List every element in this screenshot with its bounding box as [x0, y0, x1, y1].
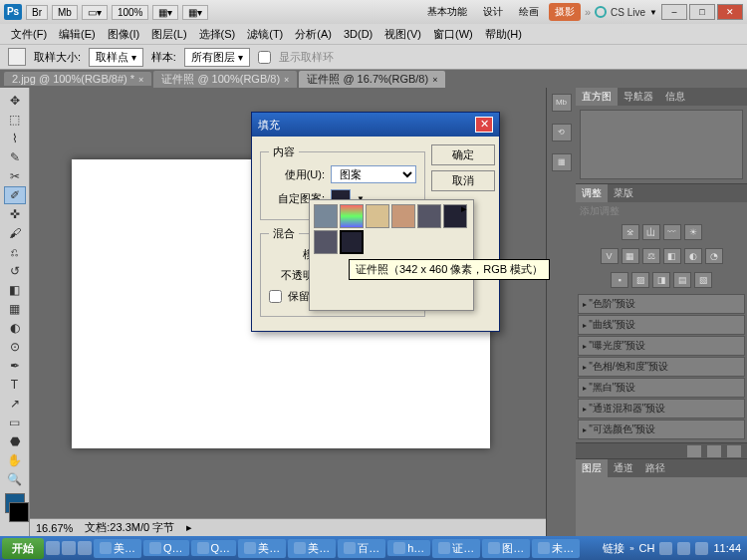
close-button[interactable]: ✕	[717, 4, 743, 20]
move-tool[interactable]: ✥	[4, 92, 26, 110]
tab-channels[interactable]: 通道	[608, 459, 639, 477]
history-brush-tool[interactable]: ↺	[4, 262, 26, 280]
eyedropper-tool[interactable]: ✐	[4, 186, 26, 204]
preserve-transparency-checkbox[interactable]	[269, 290, 282, 303]
type-tool[interactable]: T	[4, 376, 26, 394]
tab-layers[interactable]: 图层	[576, 459, 608, 477]
taskbar-item[interactable]: 百…	[338, 539, 385, 558]
workspace-essentials[interactable]: 基本功能	[421, 3, 473, 21]
pattern-picker-menu-icon[interactable]: ▸	[461, 202, 471, 215]
pattern-thumb[interactable]	[417, 204, 441, 228]
menu-file[interactable]: 文件(F)	[6, 25, 52, 44]
doc-tab-2[interactable]: 证件照 @ 100%(RGB/8)×	[153, 71, 297, 88]
doc-size-readout[interactable]: 文档:23.3M/0 字节	[85, 520, 174, 535]
taskbar-item[interactable]: h…	[387, 540, 430, 556]
menu-edit[interactable]: 编辑(E)	[54, 25, 101, 44]
cslive-button[interactable]: CS Live	[611, 7, 645, 18]
quickselect-tool[interactable]: ✎	[4, 148, 26, 166]
preset-exposure[interactable]: "曝光度"预设	[578, 336, 745, 356]
pattern-thumb[interactable]	[314, 204, 338, 228]
zoom-level[interactable]: 100%	[112, 5, 149, 20]
preset-levels[interactable]: "色阶"预设	[578, 294, 745, 314]
sample-select[interactable]: 所有图层 ▾	[184, 48, 250, 67]
tab-paths[interactable]: 路径	[639, 459, 671, 477]
sample-size-select[interactable]: 取样点 ▾	[89, 48, 143, 67]
panel-footer-icon1[interactable]	[687, 445, 701, 457]
cancel-button[interactable]: 取消	[431, 170, 495, 191]
vibrance-icon[interactable]: V	[601, 248, 619, 264]
use-select[interactable]: 图案	[331, 165, 416, 183]
tab-masks[interactable]: 菜版	[608, 184, 639, 202]
photofilter-icon[interactable]: ◐	[684, 248, 702, 264]
dodge-tool[interactable]: ⊙	[4, 338, 26, 356]
preset-curves[interactable]: "曲线"预设	[578, 315, 745, 335]
quicklaunch-icon[interactable]	[46, 541, 60, 555]
menu-help[interactable]: 帮助(H)	[480, 25, 527, 44]
taskbar-item[interactable]: 未…	[532, 539, 580, 558]
panel-footer-trash-icon[interactable]	[727, 445, 741, 457]
zoom-readout[interactable]: 16.67%	[36, 522, 73, 534]
taskbar-item[interactable]: Q…	[191, 540, 237, 556]
quicklaunch-icon[interactable]	[62, 541, 76, 555]
maximize-button[interactable]: □	[689, 4, 715, 20]
preset-channelmixer[interactable]: "通道混和器"预设	[578, 399, 745, 419]
brightness-icon[interactable]: ※	[622, 224, 639, 240]
minibridge-button[interactable]: Mb	[52, 5, 78, 20]
taskbar-item[interactable]: Q…	[143, 540, 189, 556]
workspace-design[interactable]: 设计	[477, 3, 509, 21]
tab-histogram[interactable]: 直方图	[576, 88, 618, 106]
preset-selectivecolor[interactable]: "可选颜色"预设	[578, 420, 745, 439]
ok-button[interactable]: 确定	[431, 144, 495, 165]
tray-icon[interactable]	[659, 542, 672, 555]
channelmixer-icon[interactable]: ◔	[705, 248, 723, 264]
levels-icon[interactable]: ⼭	[642, 224, 660, 240]
ime-language[interactable]: CH	[639, 542, 655, 554]
threshold-icon[interactable]: ◨	[652, 272, 670, 288]
preset-bw[interactable]: "黑白"预设	[578, 378, 745, 398]
menu-image[interactable]: 图像(I)	[103, 25, 144, 44]
selectivecolor-icon[interactable]: ▧	[694, 272, 712, 288]
show-ring-checkbox[interactable]	[258, 51, 271, 64]
clock[interactable]: 11:44	[713, 542, 741, 554]
exposure-icon[interactable]: ☀	[684, 224, 702, 240]
menu-select[interactable]: 选择(S)	[194, 25, 241, 44]
hue-icon[interactable]: ▦	[622, 248, 639, 264]
tray-icon[interactable]	[677, 542, 690, 555]
tab-info[interactable]: 信息	[659, 88, 691, 106]
layers-body[interactable]	[576, 477, 747, 537]
tray-links-label[interactable]: 链接	[603, 541, 624, 556]
taskbar-item[interactable]: 美…	[288, 539, 336, 558]
bw-icon[interactable]: ◧	[663, 248, 681, 264]
quicklaunch-icon[interactable]	[78, 541, 92, 555]
menu-view[interactable]: 视图(V)	[379, 25, 426, 44]
history-panel-icon[interactable]: ⟲	[552, 124, 572, 141]
menu-window[interactable]: 窗口(W)	[428, 25, 478, 44]
dialog-titlebar[interactable]: 填充 ✕	[252, 113, 499, 137]
taskbar-item[interactable]: 图…	[482, 539, 530, 558]
taskbar-item[interactable]: 美…	[94, 539, 141, 558]
path-tool[interactable]: ↗	[4, 395, 26, 413]
brush-tool[interactable]: 🖌	[4, 224, 26, 242]
pattern-thumb[interactable]	[314, 230, 338, 254]
preset-hue[interactable]: "色相/饱和度"预设	[578, 357, 745, 377]
marquee-tool[interactable]: ⬚	[4, 111, 26, 129]
dialog-close-button[interactable]: ✕	[475, 117, 493, 133]
arrange-button[interactable]: ▦▾	[152, 5, 178, 20]
taskbar-item[interactable]: 证…	[432, 539, 480, 558]
workspace-photo[interactable]: 摄影	[549, 3, 581, 21]
menu-analysis[interactable]: 分析(A)	[290, 25, 337, 44]
swatches-panel-icon[interactable]: ▦	[552, 153, 572, 171]
3d-tool[interactable]: ⬣	[4, 432, 26, 450]
doc-tab-3[interactable]: 证件照 @ 16.7%(RGB/8)×	[299, 71, 445, 88]
stamp-tool[interactable]: ⎌	[4, 243, 26, 261]
extras-button[interactable]: ▦▾	[182, 5, 208, 20]
posterize-icon[interactable]: ▨	[631, 272, 649, 288]
start-button[interactable]: 开始	[2, 538, 44, 559]
gradient-tool[interactable]: ▦	[4, 300, 26, 318]
screenmode-button[interactable]: ▭▾	[82, 5, 108, 20]
shape-tool[interactable]: ▭	[4, 414, 26, 431]
tab-adjustments[interactable]: 调整	[576, 184, 608, 202]
zoom-tool[interactable]: 🔍	[4, 470, 26, 488]
bridge-button[interactable]: Br	[26, 5, 48, 20]
blur-tool[interactable]: ◐	[4, 319, 26, 337]
